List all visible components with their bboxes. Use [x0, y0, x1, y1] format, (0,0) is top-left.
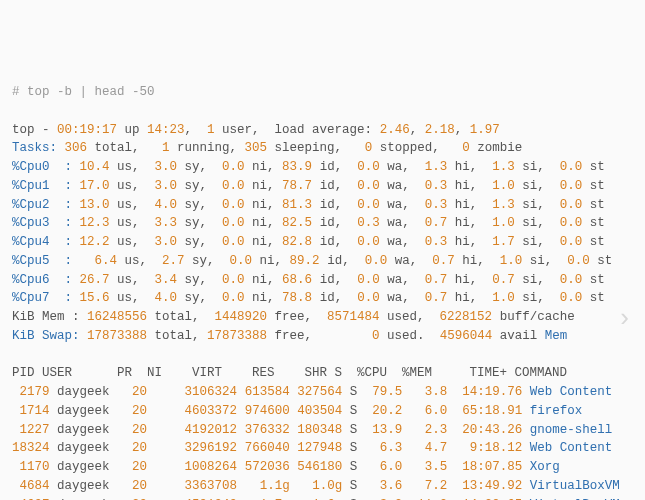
- tasks-sleeping: 305: [245, 141, 268, 155]
- proc-cpu: 6.3: [372, 441, 402, 455]
- proc-pr: 20: [117, 385, 147, 399]
- swap-total: 17873388: [87, 329, 147, 343]
- proc-virt: 3106324: [185, 385, 238, 399]
- cpu-sy: 3.0: [155, 160, 178, 174]
- cpu-ni: 0.0: [222, 160, 245, 174]
- tasks-stopped: 0: [365, 141, 373, 155]
- cpu-id: 68.6: [282, 273, 312, 287]
- proc-command: Xorg: [530, 460, 560, 474]
- cpu-us: 15.6: [80, 291, 110, 305]
- proc-pr: 20: [117, 404, 147, 418]
- top-label: top -: [12, 123, 57, 137]
- cpu-si: 0.7: [492, 273, 515, 287]
- load2: 2.18: [425, 123, 455, 137]
- cpu-wa: 0.0: [357, 160, 380, 174]
- cpu-st: 0.0: [560, 160, 583, 174]
- proc-virt: 4192012: [185, 423, 238, 437]
- cpu-ni: 0.0: [222, 235, 245, 249]
- cpu-sy: 3.4: [155, 273, 178, 287]
- proc-res: 1.1g: [245, 479, 290, 493]
- cpu-si: 1.3: [492, 160, 515, 174]
- proc-pid: 4684: [12, 479, 50, 493]
- cpu-hi: 0.7: [425, 216, 448, 230]
- cpu-sy: 4.0: [155, 198, 178, 212]
- proc-state: S: [350, 423, 358, 437]
- cpu-hi: 0.3: [425, 198, 448, 212]
- proc-shr: 327564: [297, 385, 342, 399]
- cpu-sy: 4.0: [155, 291, 178, 305]
- cpu-wa: 0.3: [357, 216, 380, 230]
- load1: 2.46: [380, 123, 410, 137]
- tasks-label: Tasks:: [12, 141, 65, 155]
- tasks-zombie: 0: [462, 141, 470, 155]
- cpu-wa: 0.0: [357, 198, 380, 212]
- proc-cpu: 79.5: [372, 385, 402, 399]
- proc-ni: [155, 423, 178, 437]
- proc-ni: [155, 404, 178, 418]
- swap-free: 17873388: [207, 329, 267, 343]
- proc-command: Web Content: [530, 385, 613, 399]
- proc-pr: 20: [117, 423, 147, 437]
- proc-command: VirtualBoxVM: [530, 479, 620, 493]
- proc-user: daygeek: [57, 460, 117, 474]
- cpu-id: 78.7: [282, 179, 312, 193]
- cpu-sy: 3.3: [155, 216, 178, 230]
- proc-state: S: [350, 404, 358, 418]
- cpu-hi: 1.3: [425, 160, 448, 174]
- cpu-us: 12.2: [80, 235, 110, 249]
- users-count: 1: [207, 123, 215, 137]
- cpu-label: %Cpu7 :: [12, 291, 80, 305]
- proc-mem: 2.3: [417, 423, 447, 437]
- mem-label: KiB Mem :: [12, 310, 87, 324]
- proc-ni: [155, 385, 178, 399]
- proc-ni: [155, 441, 178, 455]
- cpu-st: 0.0: [560, 179, 583, 193]
- cpu-ni: 0.0: [222, 179, 245, 193]
- proc-res: 613584: [245, 385, 290, 399]
- proc-state: S: [350, 479, 358, 493]
- proc-virt: 3363708: [185, 479, 238, 493]
- cpu-sy: 2.7: [162, 254, 185, 268]
- proc-virt: 4603372: [185, 404, 238, 418]
- proc-shr: 1.0g: [297, 479, 342, 493]
- tasks-total: 306: [65, 141, 88, 155]
- load3: 1.97: [470, 123, 500, 137]
- proc-mem: 3.8: [417, 385, 447, 399]
- prompt: #: [12, 85, 27, 99]
- proc-mem: 7.2: [417, 479, 447, 493]
- cpu-sy: 3.0: [155, 179, 178, 193]
- proc-mem: 6.0: [417, 404, 447, 418]
- proc-res: 766040: [245, 441, 290, 455]
- cpu-wa: 0.0: [357, 273, 380, 287]
- proc-cpu: 3.6: [372, 479, 402, 493]
- column-headers: PID USER PR NI VIRT RES SHR S %CPU %MEM …: [12, 366, 567, 380]
- proc-user: daygeek: [57, 479, 117, 493]
- proc-shr: 180348: [297, 423, 342, 437]
- cpu-id: 81.3: [282, 198, 312, 212]
- cpu-si: 1.0: [492, 216, 515, 230]
- chevron-right-icon: ›: [620, 298, 629, 337]
- cpu-id: 89.2: [290, 254, 320, 268]
- tasks-running: 1: [162, 141, 170, 155]
- cpu-us: 6.4: [87, 254, 117, 268]
- proc-command: Web Content: [530, 441, 613, 455]
- proc-state: S: [350, 460, 358, 474]
- proc-pid: 1170: [12, 460, 50, 474]
- proc-command: firefox: [530, 404, 583, 418]
- proc-time: 18:07.85: [455, 460, 523, 474]
- proc-user: daygeek: [57, 441, 117, 455]
- cpu-hi: 0.3: [425, 179, 448, 193]
- cpu-label: %Cpu3 :: [12, 216, 80, 230]
- cpu-hi: 0.7: [425, 273, 448, 287]
- mem-free: 1448920: [215, 310, 268, 324]
- uptime: 14:23: [147, 123, 185, 137]
- proc-command: gnome-shell: [530, 423, 613, 437]
- cpu-st: 0.0: [560, 291, 583, 305]
- cpu-label: %Cpu4 :: [12, 235, 80, 249]
- proc-time: 65:18.91: [455, 404, 523, 418]
- cpu-ni: 0.0: [222, 273, 245, 287]
- cpu-us: 12.3: [80, 216, 110, 230]
- proc-pid: 2179: [12, 385, 50, 399]
- proc-ni: [155, 460, 178, 474]
- terminal-output: # top -b | head -50 top - 00:19:17 up 14…: [12, 85, 620, 500]
